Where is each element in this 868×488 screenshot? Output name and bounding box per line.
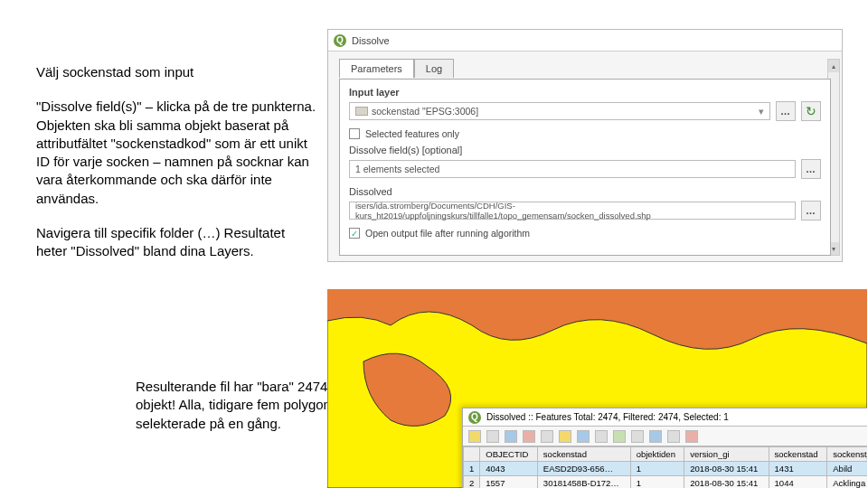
instr-p3: Navigera till specifik folder (…) Result… [36,224,316,261]
input-layer-field[interactable]: sockenstad "EPSG:3006] ▾ [349,102,770,120]
attribute-table: OBJECTID sockenstad objektiden version_g… [463,446,867,488]
dissolved-output-field[interactable]: isers/ida.stromberg/Documents/CDH/GIS-ku… [349,202,796,220]
label-dissolved: Dissolved [349,186,821,197]
dissolved-output-browse-button[interactable]: … [801,201,821,221]
label-dissolve-fields: Dissolve field(s) [optional] [349,145,821,155]
col-rownum[interactable] [464,447,480,462]
scroll-up-icon[interactable]: ▴ [828,60,839,72]
dissolve-fields-field[interactable]: 1 elements selected [349,160,796,178]
instr-p2: "Dissolve field(s)" – klicka på de tre p… [36,98,316,208]
table-row[interactable]: 1 4043 EASD2D93-656… 1 2018-08-30 15:41 … [464,462,868,476]
map-preview: Q Dissolved :: Features Total: 2474, Fil… [327,289,867,488]
zoom-selected-icon[interactable] [613,430,626,443]
tab-log[interactable]: Log [414,59,454,78]
selected-features-checkbox[interactable] [349,128,360,139]
dissolve-fields-browse-button[interactable]: … [801,159,821,179]
attribute-table-titlebar: Q Dissolved :: Features Total: 2474, Fil… [463,408,867,427]
col-sockenstad[interactable]: sockenstad [537,447,630,462]
cell: Acklinga [827,476,867,489]
open-output-checkbox[interactable] [349,228,360,239]
attribute-table-toolbar [463,427,867,446]
dock-icon[interactable] [685,430,698,443]
cell: 2018-08-30 15:41 [684,476,769,489]
iterate-button[interactable]: ↻ [801,101,821,121]
dissolve-dialog: Q Dissolve ▴ ▾ Parameters Log Input laye… [327,29,843,262]
tabs: Parameters Log [339,59,454,78]
input-layer-value: sockenstad "EPSG:3006] [372,106,478,117]
edit-icon[interactable] [468,430,481,443]
add-feature-icon[interactable] [505,430,517,443]
invert-selection-icon[interactable] [577,430,590,443]
qgis-logo-icon: Q [334,34,346,47]
filter-icon[interactable] [631,430,644,443]
cell: 2 [464,476,480,489]
col-sockenstad2[interactable]: sockenstad [769,447,827,462]
col-objectid[interactable]: OBJECTID [480,447,538,462]
tab-parameters[interactable]: Parameters [339,59,414,78]
select-icon[interactable] [541,430,553,443]
selected-features-label: Selected features only [365,128,459,139]
iterate-icon: ↻ [806,104,816,118]
col-version-gi[interactable]: version_gi [684,447,769,462]
dissolved-output-value: isers/ida.stromberg/Documents/CDH/GIS-ku… [355,201,789,221]
cell: 2018-08-30 15:41 [684,462,769,476]
select-by-expr-icon[interactable] [559,430,571,443]
column-icon[interactable] [667,430,680,443]
attribute-table-window: Q Dissolved :: Features Total: 2474, Fil… [462,408,867,488]
delete-selected-icon[interactable] [523,430,535,443]
table-row[interactable]: 2 1557 30181458B-D172… 1 2018-08-30 15:4… [464,476,868,489]
cell: Abild [827,462,867,476]
attribute-table-title: Dissolved :: Features Total: 2474, Filte… [486,412,729,422]
col-sockenst-1[interactable]: sockenst_1 [827,447,867,462]
cell: 1 [464,462,480,476]
instr-p1: Välj sockenstad som input [36,63,316,81]
label-input-layer: Input layer [349,87,821,98]
table-header-row: OBJECTID sockenstad objektiden version_g… [464,447,868,462]
cell: 4043 [480,462,538,476]
instructions-left: Välj sockenstad som input "Dissolve fiel… [36,63,316,277]
chevron-down-icon: ▾ [759,106,764,117]
open-output-label: Open output file after running algorithm [365,228,530,239]
cell: 1 [630,476,684,489]
input-layer-browse-button[interactable]: … [776,101,796,121]
cell: EASD2D93-656… [537,462,630,476]
field-calc-icon[interactable] [649,430,662,443]
dialog-titlebar: Q Dissolve [328,30,842,52]
save-edits-icon[interactable] [486,430,499,443]
deselect-icon[interactable] [595,430,608,443]
cell: 1 [630,462,684,476]
dialog-title-text: Dissolve [352,35,390,46]
cell: 30181458B-D172… [537,476,630,489]
cell: 1557 [480,476,538,489]
dissolve-fields-value: 1 elements selected [355,164,439,174]
qgis-logo-icon: Q [468,411,481,424]
parameters-panel: Input layer sockenstad "EPSG:3006] ▾ … ↻… [339,79,831,256]
col-objektiden[interactable]: objektiden [630,447,684,462]
cell: 1431 [769,462,827,476]
layer-icon [355,107,368,116]
cell: 1044 [769,476,827,489]
